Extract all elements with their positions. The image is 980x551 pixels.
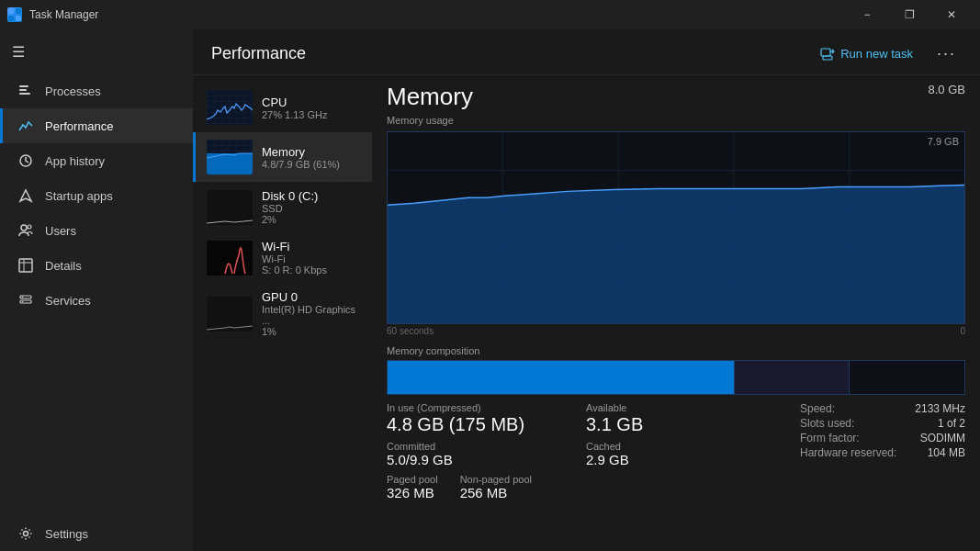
run-task-icon	[820, 47, 835, 62]
restore-button[interactable]: ❐	[888, 0, 930, 29]
svg-rect-0	[8, 8, 14, 14]
device-item-cpu[interactable]: CPU 27% 1.13 GHz	[193, 83, 372, 132]
cached-value: 2.9 GB	[586, 452, 785, 468]
slots-value: 1 of 2	[938, 417, 965, 430]
performance-icon	[17, 118, 34, 134]
available-value: 3.1 GB	[586, 413, 785, 435]
title-bar: Task Manager − ❐ ✕	[0, 0, 980, 29]
users-label: Users	[45, 224, 76, 238]
composition-available	[735, 361, 850, 394]
stat-available: Available 3.1 GB	[586, 402, 785, 435]
cpu-thumbnail	[207, 90, 253, 125]
svg-rect-4	[19, 85, 28, 87]
svg-rect-2	[8, 16, 14, 21]
chart-time-right: 0	[960, 326, 965, 336]
stats-col-right: Speed: 2133 MHz Slots used: 1 of 2 Form …	[800, 402, 965, 507]
composition-label: Memory composition	[387, 345, 965, 356]
more-options-button[interactable]: ···	[931, 42, 962, 65]
content-header: Performance Run new task ···	[193, 29, 980, 75]
paged-value: 326 MB	[387, 485, 438, 501]
sidebar-item-details[interactable]: Details	[0, 248, 193, 283]
device-item-wifi[interactable]: Wi-Fi Wi-Fi S: 0 R: 0 Kbps	[193, 232, 372, 283]
sidebar-item-users[interactable]: Users	[0, 213, 193, 248]
hw-reserved-value: 104 MB	[928, 446, 965, 459]
sidebar-item-processes[interactable]: Processes	[0, 73, 193, 108]
sidebar-item-startup-apps[interactable]: Startup apps	[0, 178, 193, 213]
paged-label: Paged pool	[387, 474, 438, 485]
stats-section: In use (Compressed) 4.8 GB (175 MB) Comm…	[387, 402, 965, 507]
services-label: Services	[45, 294, 91, 308]
svg-rect-19	[823, 56, 832, 60]
stats-col-1: In use (Compressed) 4.8 GB (175 MB) Comm…	[387, 402, 586, 507]
sidebar-item-app-history[interactable]: App history	[0, 143, 193, 178]
in-use-label: In use (Compressed)	[387, 402, 586, 413]
stats-col-2: Available 3.1 GB Cached 2.9 GB	[586, 402, 785, 507]
disk-name: Disk 0 (C:)	[262, 189, 361, 203]
disk-info: Disk 0 (C:) SSD 2%	[262, 189, 361, 225]
details-icon	[17, 257, 34, 274]
wifi-sub1: Wi-Fi	[262, 253, 361, 264]
chart-time-left: 60 seconds	[387, 326, 434, 336]
committed-value: 5.0/9.9 GB	[387, 452, 586, 468]
gpu-name: GPU 0	[262, 290, 361, 304]
close-button[interactable]: ✕	[930, 0, 973, 29]
content-body: CPU 27% 1.13 GHz	[193, 75, 980, 551]
settings-label: Settings	[45, 527, 88, 541]
sidebar-menu-button[interactable]: ☰	[0, 33, 37, 70]
cpu-name: CPU	[262, 96, 361, 109]
device-item-gpu[interactable]: GPU 0 Intel(R) HD Graphics ... 1%	[193, 283, 372, 344]
composition-bar	[387, 360, 965, 395]
form-factor-value: SODIMM	[920, 432, 965, 444]
nonpaged-label: Non-paged pool	[460, 474, 532, 485]
speed-label: Speed:	[800, 402, 835, 415]
content-area: Performance Run new task ···	[193, 29, 980, 551]
composition-other	[850, 361, 964, 394]
sidebar-item-settings[interactable]: Settings	[0, 516, 193, 551]
sidebar: ☰ Processes Performance	[0, 29, 193, 551]
performance-label: Performance	[45, 119, 113, 133]
disk-sub1: SSD	[262, 203, 361, 214]
services-icon	[17, 292, 34, 309]
nonpaged-value: 256 MB	[460, 485, 532, 501]
slots-label: Slots used:	[800, 417, 854, 430]
app-history-icon	[17, 152, 34, 169]
details-label: Details	[45, 259, 82, 273]
run-new-task-button[interactable]: Run new task	[813, 43, 920, 65]
svg-rect-1	[16, 8, 21, 14]
committed-label: Committed	[387, 441, 586, 452]
composition-in-use	[388, 361, 734, 394]
form-factor-label: Form factor:	[800, 432, 860, 444]
svg-point-15	[22, 297, 24, 298]
main-layout: ☰ Processes Performance	[0, 29, 980, 551]
app-history-label: App history	[45, 154, 105, 168]
detail-total: 8.0 GB	[929, 83, 965, 96]
svg-point-8	[21, 225, 27, 231]
sidebar-item-performance[interactable]: Performance	[0, 108, 193, 143]
minimize-button[interactable]: −	[846, 0, 888, 29]
memory-thumbnail	[207, 140, 253, 174]
device-item-disk[interactable]: Disk 0 (C:) SSD 2%	[193, 182, 372, 232]
chart-time-labels: 60 seconds 0	[387, 326, 965, 336]
chart-max-label: 7.9 GB	[928, 136, 959, 147]
processes-icon	[17, 83, 34, 99]
memory-info: Memory 4.8/7.9 GB (61%)	[262, 145, 361, 170]
stat-in-use: In use (Compressed) 4.8 GB (175 MB)	[387, 402, 586, 435]
stats-row-pool: Paged pool 326 MB Non-paged pool 256 MB	[387, 474, 586, 507]
svg-point-17	[24, 532, 28, 536]
stat-formfactor-row: Form factor: SODIMM	[800, 432, 965, 444]
stat-committed: Committed 5.0/9.9 GB	[387, 441, 586, 468]
wifi-info: Wi-Fi Wi-Fi S: 0 R: 0 Kbps	[262, 240, 361, 276]
sidebar-item-services[interactable]: Services	[0, 283, 193, 318]
hamburger-icon: ☰	[12, 43, 25, 61]
gpu-thumbnail	[207, 297, 253, 332]
users-icon	[17, 222, 34, 239]
device-item-memory[interactable]: Memory 4.8/7.9 GB (61%)	[193, 132, 372, 182]
composition-section: Memory composition	[387, 345, 965, 395]
title-bar-title: Task Manager	[29, 8, 98, 21]
stat-hwreserved-row: Hardware reserved: 104 MB	[800, 446, 965, 459]
svg-point-9	[28, 225, 31, 229]
hw-reserved-label: Hardware reserved:	[800, 446, 896, 459]
processes-label: Processes	[45, 84, 101, 98]
wifi-thumbnail	[207, 241, 253, 276]
cached-label: Cached	[586, 441, 785, 452]
